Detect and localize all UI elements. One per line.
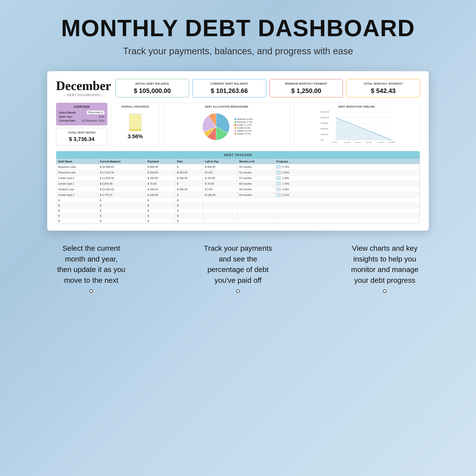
cell-name: Business Loan <box>56 164 98 170</box>
debt-tracker: DEBT TRACKER Debt Name Current Balance P… <box>56 151 420 224</box>
cell-balance: $ 32,986.64 <box>98 164 146 170</box>
page-subtitle: Track your payments, balances, and progr… <box>123 46 353 56</box>
pie-legend-Credit 1: Credit 1 11.5% <box>234 124 253 126</box>
charts-area: OVERALL PROGRESS 3.56% DEBT ALLOCATION B… <box>111 103 420 147</box>
progress-pct: 2.50% <box>282 188 289 191</box>
cell-balance: $ 9,779.27 <box>98 192 146 198</box>
dashboard-subtitle: ~ DEBT DASHBOARD ~ <box>56 93 111 97</box>
col-paid: Paid <box>175 159 203 164</box>
cell-progress: 2.09% <box>274 175 420 181</box>
table-row: Personal Loan $ 17,542.34 $ 250.00 $ 250… <box>56 170 420 175</box>
cell-progress: 2.50% <box>274 187 420 192</box>
cell-paid: $ 250.00 <box>175 170 203 175</box>
tracker-header: DEBT TRACKER <box>56 151 420 159</box>
table-header-row: Debt Name Current Balance Payment Paid L… <box>56 159 420 164</box>
progress-chart-title: OVERALL PROGRESS <box>121 105 149 108</box>
svg-text:50,000.00: 50,000.00 <box>321 128 328 130</box>
pie-chart-svg <box>200 111 232 143</box>
svg-text:Sep 2029: Sep 2029 <box>389 142 395 143</box>
table-row: Credit Card 2 $ 11,653.40 $ 150.00 $ 200… <box>56 175 420 181</box>
mini-bar <box>276 187 281 191</box>
cell-balance: $ 17,542.34 <box>98 170 146 175</box>
dashboard-card: December ~ DEBT DASHBOARD ~ INITIAL DEBT… <box>47 71 429 231</box>
svg-text:0.00: 0.00 <box>321 139 324 141</box>
svg-text:100,000.00: 100,000.00 <box>321 117 329 119</box>
total-repaid-box: TOTAL DEBT REPAID $ 3,736.34 <box>56 128 107 146</box>
table-row: Credit Card 1 $ 6,876.99 $ 70.00 $ $ 70.… <box>56 181 420 187</box>
table-row-empty: $ $ $ $ <box>56 203 420 208</box>
cell-months: 66 months <box>237 187 274 192</box>
tracker-table: Debt Name Current Balance Payment Paid L… <box>56 159 420 223</box>
mini-bar <box>276 193 281 197</box>
kpi-value-initial-debt: $ 105,000.00 <box>134 87 171 95</box>
progress-visual: 3.56% <box>128 110 143 144</box>
cell-months: 43 months <box>237 164 274 170</box>
kpi-card-current-debt: CURRENT DEBT BALANCE $ 101,263.66 <box>192 79 266 97</box>
col-left: Left to Pay <box>203 159 237 164</box>
kpi-card-initial-debt: INITIAL DEBT BALANCE $ 105,000.00 <box>116 79 189 97</box>
svg-text:Oct 2024: Oct 2024 <box>331 142 337 143</box>
table-row: Credit Card 3 $ 9,779.27 $ 100.00 $ $ 10… <box>56 192 420 198</box>
left-panel: OVERVIEW Select Month December ▾ Enter Y… <box>56 103 107 147</box>
col-balance: Current Balance <box>98 159 146 164</box>
col-debt-name: Debt Name <box>56 159 98 164</box>
cell-paid: $ <box>175 181 203 187</box>
timeline-chart-box: DEBT REDUCTION TIMELINE 125,000.00 100,0… <box>293 103 420 147</box>
progress-fill <box>129 129 141 131</box>
cell-left: $ 70.00 <box>203 181 237 187</box>
progress-bar-visual <box>129 114 141 131</box>
timeline-svg: 125,000.00 100,000.00 75,000.00 50,000.0… <box>297 110 416 144</box>
progress-pct: 2.54% <box>282 171 289 174</box>
mini-bar <box>276 165 281 169</box>
cell-paid: $ 280.00 <box>175 187 203 192</box>
annotation-right: View charts and key insights to help you… <box>351 243 419 293</box>
pie-legend-Student: Student 22.1% <box>234 130 253 132</box>
cell-payment: $ 150.00 <box>146 175 175 181</box>
overview-row-year: Enter Year 2024 <box>59 115 104 118</box>
kpi-value-total-interest: $ 542.43 <box>371 87 395 95</box>
annotation-right-text: View charts and key insights to help you… <box>351 243 419 286</box>
overview-box: OVERVIEW Select Month December ▾ Enter Y… <box>56 103 107 125</box>
overview-row-month: Select Month December ▾ <box>59 111 104 114</box>
mini-bar <box>276 176 281 180</box>
cell-name: Personal Loan <box>56 170 98 175</box>
overview-value-month[interactable]: December ▾ <box>87 111 104 114</box>
cell-progress: 2.54% <box>274 170 420 175</box>
cell-payment: $ 100.00 <box>146 192 175 198</box>
progress-pct: 1.76% <box>282 183 289 185</box>
table-row: Student Loan $ 22,425.03 $ 280.00 $ 280.… <box>56 187 420 192</box>
cell-months: 60 months <box>237 181 274 187</box>
overview-label-year: Enter Year <box>59 115 72 118</box>
cell-progress: 2.21% <box>274 192 420 198</box>
kpi-title-initial-debt: INITIAL DEBT BALANCE <box>135 82 169 85</box>
table-row-empty: $ $ $ $ <box>56 198 420 203</box>
cell-progress: 1.76% <box>274 181 420 187</box>
table-row-empty: $ $ $ $ <box>56 208 420 213</box>
cell-paid: $ <box>175 192 203 198</box>
overview-value-year: 2024 <box>99 115 104 118</box>
pie-legend-Credit 3: Credit 3 9.7% <box>234 133 253 135</box>
cell-payment: $ 280.00 <box>146 187 175 192</box>
overview-label-date: Current Date <box>59 119 75 122</box>
kpi-title-min-payment: MINIMUM MONTHLY PAYMENT <box>285 82 327 85</box>
cell-progress: 5.75% <box>274 164 420 170</box>
cell-name: Credit Card 1 <box>56 181 98 187</box>
svg-text:125,000.00: 125,000.00 <box>321 111 329 113</box>
svg-text:Sep 2027: Sep 2027 <box>366 142 372 143</box>
annotation-center: Track your payments and see the percenta… <box>204 243 272 293</box>
cell-left: $ 100.00 <box>203 192 237 198</box>
svg-text:25,000.00: 25,000.00 <box>321 134 328 135</box>
cell-months: 52 months <box>237 170 274 175</box>
svg-text:Sep 2025: Sep 2025 <box>344 142 350 143</box>
overview-label-month: Select Month <box>59 111 76 114</box>
cell-name: Student Loan <box>56 187 98 192</box>
overview-value-date: 15 December 2024 <box>82 119 104 122</box>
cell-name: Credit Card 2 <box>56 175 98 181</box>
mini-bar <box>276 182 281 186</box>
table-row-empty: $ $ $ $ <box>56 213 420 219</box>
total-repaid-title: TOTAL DEBT REPAID <box>60 131 104 134</box>
cell-months: 69 months <box>237 192 274 198</box>
dashboard-month: December <box>56 80 111 92</box>
annotation-left: Select the current month and year, then … <box>57 243 125 293</box>
kpi-value-min-payment: $ 1,250.00 <box>291 87 322 95</box>
